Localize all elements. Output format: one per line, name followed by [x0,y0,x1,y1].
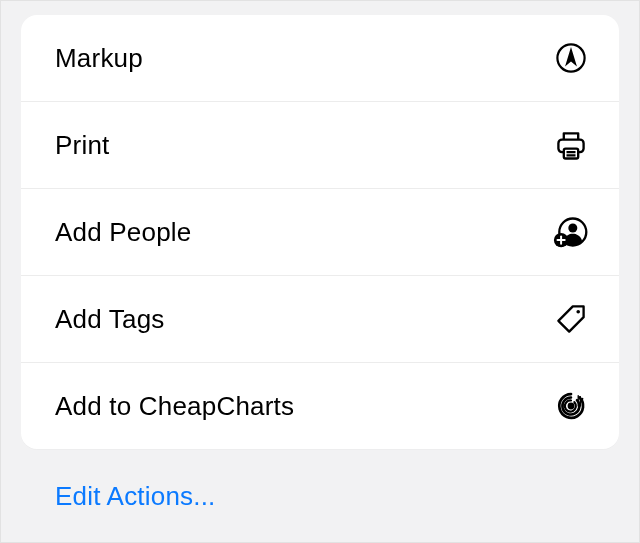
cheapcharts-icon [551,386,591,426]
action-label: Add to CheapCharts [55,391,294,422]
svg-point-6 [568,223,577,232]
svg-point-11 [568,403,575,410]
tag-icon [551,299,591,339]
action-label: Markup [55,43,143,74]
action-label: Print [55,130,109,161]
action-add-to-cheapcharts[interactable]: Add to CheapCharts [21,362,619,449]
action-print[interactable]: Print [21,101,619,188]
action-add-tags[interactable]: Add Tags [21,275,619,362]
action-label: Add People [55,217,191,248]
svg-rect-2 [564,149,578,159]
action-label: Add Tags [55,304,165,335]
action-add-people[interactable]: Add People [21,188,619,275]
share-sheet-actions: Markup Print Add People [21,15,619,449]
printer-icon [551,125,591,165]
add-people-icon [551,212,591,252]
edit-actions-link[interactable]: Edit Actions... [55,481,216,512]
markup-icon [551,38,591,78]
action-markup[interactable]: Markup [21,15,619,101]
svg-point-10 [576,310,580,314]
